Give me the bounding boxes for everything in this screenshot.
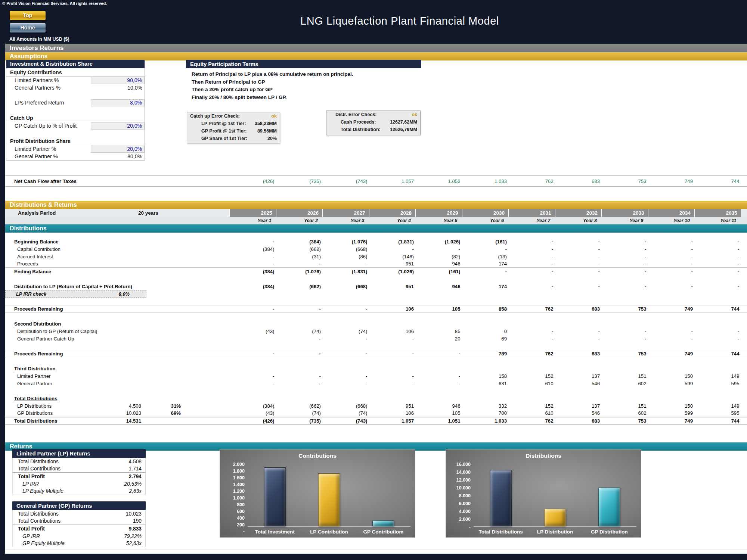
lp-irr-check-box: LP IRR check8,0%	[5, 290, 146, 298]
y-tick-label: 14.000	[456, 469, 471, 476]
equity-terms-title: Equity Participation Terms	[186, 60, 421, 68]
assumption-input-cell[interactable]: 90,0%	[91, 77, 145, 84]
table-cell: (161)	[462, 239, 509, 245]
table-cell: -	[508, 284, 555, 289]
table-cell: 951	[369, 403, 416, 409]
y-tick-label: 8.000	[459, 492, 471, 499]
table-row: Proceeds---951946174-----	[5, 260, 747, 268]
table-cell: -	[555, 284, 602, 289]
gp-distribution-bar	[598, 488, 620, 526]
assumption-input-cell[interactable]: 20,0%	[91, 146, 145, 153]
table-cell: -	[601, 284, 648, 289]
analysis-period-label: Analysis Period	[5, 210, 138, 216]
table-cell: 150	[648, 373, 695, 379]
table-cell: -	[555, 329, 602, 334]
section-assumptions: Assumptions	[5, 52, 747, 60]
table-cell: 700	[462, 410, 509, 416]
table-cell: 332	[462, 403, 509, 409]
year-cell: 2030	[462, 209, 509, 217]
assumptions-rows: Equity ContributionsLimited Partners %90…	[6, 68, 145, 160]
table-cell: -	[229, 351, 276, 357]
spacer-row	[5, 387, 747, 395]
lp-contribution-bar	[318, 473, 340, 526]
row-label: Distribution to GP (Return of Capital)	[5, 329, 97, 334]
return-row-value: 4.508	[128, 459, 145, 464]
assumption-group-heading: Profit Distribution Share	[6, 137, 145, 145]
table-cell: 762	[508, 306, 555, 312]
table-cell: -	[508, 246, 555, 252]
table-cell: 595	[694, 410, 741, 416]
table-cell: (74)	[322, 410, 369, 416]
table-cell: -	[601, 269, 648, 274]
category-axis: Total DistributionsLP DistributionGP Dis…	[474, 528, 636, 536]
ncf-value: 1.033	[462, 178, 509, 184]
bar-slot	[356, 464, 410, 526]
table-cell: 152	[508, 373, 555, 379]
category-label: Total Distributions	[474, 528, 528, 536]
gp-returns-title: General Partner (GP) Returns	[12, 501, 146, 510]
error-check-title: Catch up Error Check:	[187, 113, 240, 119]
table-cell: (13)	[462, 254, 509, 259]
table-cell: 85	[415, 329, 462, 334]
gp-return-row: Total Profit9.833	[13, 525, 145, 532]
year-label-cell: Year 6	[462, 218, 509, 223]
table-cell: (146)	[369, 254, 416, 259]
table-row: General Partner-----631610546602599595	[5, 380, 747, 387]
table-cell: (31)	[276, 254, 323, 259]
table-cell: -	[555, 246, 602, 252]
equity-terms-panel: Equity Participation Terms Return of Pri…	[186, 60, 421, 101]
table-cell: 595	[694, 381, 741, 386]
assumption-input-cell[interactable]: 8,0%	[91, 99, 145, 106]
ncf-value: 762	[508, 178, 555, 184]
table-cell: 599	[648, 381, 695, 386]
y-tick-label: 600	[237, 508, 245, 515]
table-cell: 749	[648, 306, 695, 312]
y-tick-label: 1.200	[233, 488, 245, 495]
table-cell: 683	[555, 351, 602, 357]
table-cell: 105	[415, 306, 462, 312]
top-button[interactable]: Top	[9, 10, 46, 21]
row-subtotal: 4.508	[97, 403, 143, 409]
table-cell: -	[369, 373, 416, 379]
table-cell: -	[648, 254, 695, 259]
table-cell: -	[508, 254, 555, 259]
assumption-label: Limited Partners %	[6, 77, 59, 83]
year-label-cell: Year 9	[601, 218, 648, 223]
ncf-value: 744	[694, 178, 741, 184]
table-cell: 951	[369, 284, 416, 289]
spacer-row	[5, 312, 747, 320]
row-label: Beginning Balance	[5, 239, 97, 245]
table-cell: 749	[648, 418, 695, 424]
table-cell: (1.026)	[369, 269, 416, 274]
gp-return-row: Total Contributions190	[13, 517, 145, 525]
table-cell: 149	[694, 403, 741, 409]
error-check-label: GP Profit @ 1st Tier:	[187, 128, 247, 134]
assumption-input-cell[interactable]: 20,0%	[91, 122, 145, 130]
table-cell: 152	[508, 403, 555, 409]
page-title: LNG Liquefaction Plant Financial Model	[300, 15, 499, 27]
table-cell: -	[322, 381, 369, 386]
return-row-label: LP IRR	[13, 481, 39, 487]
catchup-error-check-box: Catch up Error Check:okLP Profit @ 1st T…	[187, 112, 280, 143]
table-cell: (1.831)	[369, 239, 416, 245]
assumption-row: General Partners %10,0%	[6, 84, 145, 91]
table-cell: -	[276, 373, 323, 379]
table-cell: 789	[462, 351, 509, 357]
assumption-row: Limited Partners %90,0%	[6, 77, 145, 84]
table-cell: -	[648, 329, 695, 334]
table-cell: (1.076)	[276, 269, 323, 274]
table-cell: 858	[462, 306, 509, 312]
distributions-chart: Distributions 16.00014.00012.00010.0008.…	[446, 449, 641, 538]
y-axis: 2.0001.8001.6001.4001.2001.0008006004002…	[222, 461, 245, 531]
home-button[interactable]: Home	[9, 23, 46, 33]
category-axis: Total InvestmentLP ContributionGP Contri…	[248, 528, 410, 536]
table-cell: 610	[508, 381, 555, 386]
assumption-value: 10,0%	[91, 85, 145, 91]
table-cell: 753	[601, 418, 648, 424]
error-check-row: GP Profit @ 1st Tier:89,56MM	[187, 127, 280, 135]
table-cell: -	[508, 239, 555, 245]
error-check-status: ok	[271, 113, 280, 119]
return-row-label: Total Distributions	[13, 511, 59, 517]
return-row-value: 52,63x	[126, 541, 145, 546]
table-cell: (426)	[229, 418, 276, 424]
